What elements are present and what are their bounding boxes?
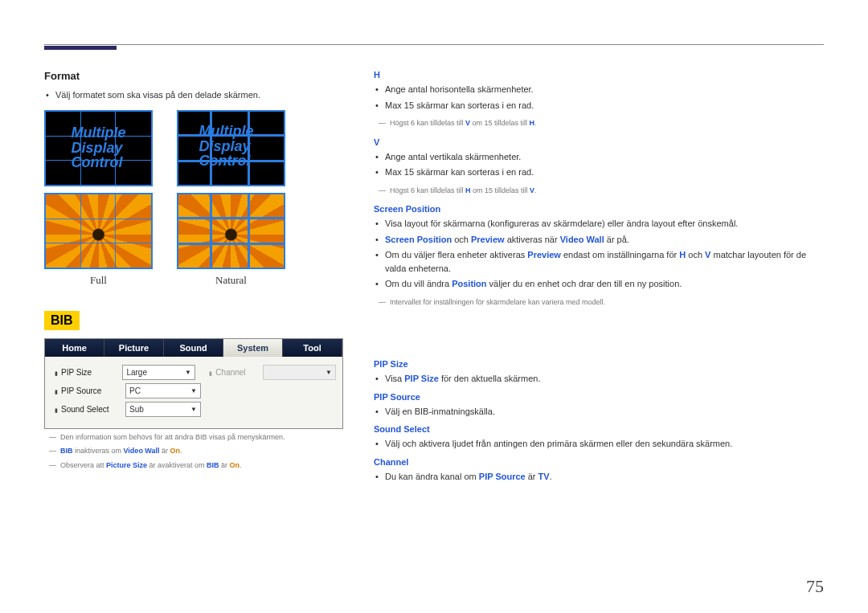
sp-b4: Om du vill ändra Position väljer du en e… bbox=[374, 277, 824, 291]
tab-picture[interactable]: Picture bbox=[104, 339, 164, 357]
sp-title: Screen Position bbox=[374, 204, 824, 214]
v-note: Högst 6 kan tilldelas till H om 15 tilld… bbox=[382, 186, 824, 197]
tab-tool[interactable]: Tool bbox=[283, 339, 342, 357]
label-pip-source: PIP Source bbox=[51, 386, 125, 395]
caption-natural: Natural bbox=[177, 274, 285, 287]
select-channel: ▼ bbox=[263, 365, 336, 380]
flower-natural bbox=[177, 193, 285, 269]
bib-note-3: Observera att Picture Size är avaktivera… bbox=[52, 460, 342, 472]
top-rule bbox=[44, 44, 824, 45]
h-b1: Ange antal horisontella skärmenheter. bbox=[374, 83, 824, 96]
h-title: H bbox=[374, 70, 824, 80]
format-row-2: Full Natural bbox=[44, 193, 342, 287]
bib-tag: BIB bbox=[44, 311, 80, 330]
v-b1: Ange antal vertikala skärmenheter. bbox=[374, 150, 824, 164]
mdc-box-full: Multiple Display Control bbox=[44, 110, 153, 186]
tab-sound[interactable]: Sound bbox=[164, 339, 223, 357]
label-channel: Channel bbox=[206, 368, 263, 377]
accent-bar bbox=[44, 46, 117, 50]
chevron-down-icon: ▼ bbox=[190, 387, 197, 394]
pipsrc-title: PIP Source bbox=[374, 392, 824, 402]
format-bullet: Välj formatet som ska visas på den delad… bbox=[44, 88, 342, 102]
page-number: 75 bbox=[806, 576, 824, 597]
caption-full: Full bbox=[44, 274, 153, 287]
ch-b1: Du kan ändra kanal om PIP Source är TV. bbox=[374, 470, 824, 484]
sp-b1: Visa layout för skärmarna (konfigureras … bbox=[374, 217, 824, 231]
sp-b3: Om du väljer flera enheter aktiveras Pre… bbox=[374, 248, 824, 275]
select-sound-select[interactable]: Sub▼ bbox=[125, 402, 201, 417]
mdc-box-natural: Multiple Display Control bbox=[177, 110, 285, 186]
bib-note-2: BIB inaktiveras om Video Wall är On. bbox=[52, 446, 342, 457]
mdc-line3: Control bbox=[72, 154, 123, 170]
h-note: Högst 6 kan tilldelas till V om 15 tilld… bbox=[382, 118, 824, 129]
ss-b1: Välj och aktivera ljudet från antingen d… bbox=[374, 437, 824, 451]
mdc-line1: Multiple bbox=[72, 125, 126, 141]
select-pip-source[interactable]: PC▼ bbox=[125, 383, 201, 398]
bib-note-1: Den information som behövs för att ändra… bbox=[52, 432, 342, 443]
tab-system[interactable]: System bbox=[223, 339, 283, 357]
v-title: V bbox=[374, 137, 824, 147]
v-b2: Max 15 skärmar kan sorteras i en rad. bbox=[374, 166, 824, 179]
select-pip-size[interactable]: Large▼ bbox=[122, 365, 195, 380]
pipsize-title: PIP Size bbox=[374, 359, 824, 369]
mdc-line2: Display bbox=[72, 140, 123, 156]
chevron-down-icon: ▼ bbox=[185, 369, 191, 376]
pipsize-b1: Visa PIP Size för den aktuella skärmen. bbox=[374, 372, 824, 386]
pipsrc-b1: Välj en BIB-inmatningskälla. bbox=[374, 405, 824, 419]
ui-panel: Home Picture Sound System Tool PIP Size … bbox=[44, 338, 343, 429]
flower-full bbox=[44, 193, 153, 269]
h-b2: Max 15 skärmar kan sorteras i en rad. bbox=[374, 99, 824, 112]
sp-note: Intervallet för inställningen för skärmd… bbox=[382, 297, 824, 309]
ch-title: Channel bbox=[374, 457, 824, 467]
chevron-down-icon: ▼ bbox=[190, 406, 197, 413]
format-row-1: Multiple Display Control Multiple Displa… bbox=[44, 110, 342, 186]
label-pip-size: PIP Size bbox=[51, 368, 122, 377]
label-sound-select: Sound Select bbox=[51, 405, 125, 414]
format-title: Format bbox=[44, 70, 342, 82]
ss-title: Sound Select bbox=[374, 424, 824, 434]
sp-b2: Screen Position och Preview aktiveras nä… bbox=[374, 233, 824, 247]
tab-home[interactable]: Home bbox=[45, 339, 104, 357]
